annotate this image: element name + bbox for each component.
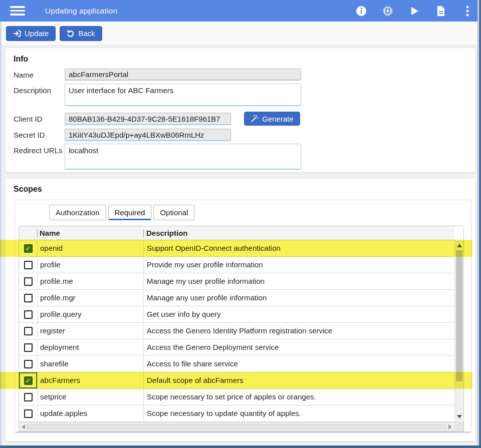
window-border-bottom (0, 445, 481, 448)
name-field[interactable]: abcFarmersPortal (65, 69, 301, 81)
update-button[interactable]: Update (6, 26, 56, 41)
menu-icon[interactable] (10, 6, 25, 16)
info-panel-title: Info (14, 55, 28, 64)
scroll-down-arrow-icon[interactable] (457, 415, 462, 418)
checkbox-cell[interactable] (19, 323, 37, 339)
scope-checkbox[interactable] (24, 343, 33, 352)
window-border-right (477, 0, 481, 448)
back-button-label: Back (78, 29, 95, 38)
scopes-panel-title: Scopes (14, 185, 42, 194)
table-body: openid Support OpenID-Connect authentica… (19, 240, 454, 422)
scope-description: Manage any user profile information (143, 290, 454, 306)
checkbox-column-header (19, 226, 37, 240)
scope-checkbox[interactable] (24, 294, 33, 302)
generate-button[interactable]: Generate (244, 112, 300, 126)
scope-checkbox[interactable] (24, 376, 33, 385)
table-row[interactable]: openid Support OpenID-Connect authentica… (19, 240, 454, 257)
scrollbar-corner (454, 422, 463, 431)
table-row[interactable]: profile.me Manage my user profile inform… (19, 273, 454, 290)
description-field[interactable]: User interface for ABC Farmers (65, 84, 301, 106)
tab-required[interactable]: Required (108, 205, 152, 220)
vertical-scrollbar-thumb[interactable] (456, 250, 462, 381)
info-icon[interactable] (356, 6, 367, 17)
scope-description: Scope necessary to set price of apples o… (143, 389, 454, 405)
update-button-label: Update (25, 29, 49, 38)
table-row[interactable]: abcFarmers Default scope of abcFarmers (19, 372, 454, 389)
redirect-urls-field[interactable]: localhost (65, 144, 301, 170)
checkbox-cell[interactable] (19, 356, 37, 372)
scopes-panel: Scopes AuthorizationRequiredOptional Nam… (5, 178, 476, 441)
scope-name: abcFarmers (37, 372, 143, 388)
scope-checkbox[interactable] (24, 327, 33, 335)
checkbox-cell[interactable] (19, 257, 37, 273)
scope-description: Get user info by query (143, 306, 454, 322)
scope-description: Manage my user profile information (143, 273, 454, 289)
table-row[interactable]: profile Provide my user profile informat… (19, 257, 454, 273)
kebab-menu-icon[interactable] (462, 6, 473, 17)
scopes-container: AuthorizationRequiredOptional Name Descr… (15, 200, 471, 433)
secret-id-label: Secret ID (14, 131, 45, 139)
scopes-tabs: AuthorizationRequiredOptional (49, 205, 196, 220)
scope-description: Support OpenID-Connect authentication (143, 240, 454, 256)
checkbox-cell[interactable] (19, 273, 37, 289)
description-label: Description (14, 86, 51, 95)
scopes-table: Name Description openid Support OpenID-C… (19, 226, 464, 431)
generate-button-label: Generate (262, 115, 294, 123)
redirect-urls-label: Redirect URLs (14, 146, 63, 155)
scope-checkbox[interactable] (24, 244, 33, 253)
checkbox-cell[interactable] (19, 306, 37, 322)
tab-authorization[interactable]: Authorization (49, 205, 106, 220)
scope-name: deployment (37, 339, 143, 355)
document-icon[interactable] (435, 6, 446, 17)
table-row[interactable]: sharefile Access to file share service (19, 356, 454, 372)
checkbox-cell[interactable] (19, 405, 37, 421)
checkbox-cell[interactable] (19, 372, 37, 388)
checkbox-cell[interactable] (19, 290, 37, 306)
table-row[interactable]: profile.mgr Manage any user profile info… (19, 290, 454, 306)
scope-checkbox[interactable] (24, 393, 33, 401)
scope-name: profile (37, 257, 143, 273)
titlebar-actions (356, 0, 473, 22)
scope-checkbox[interactable] (24, 277, 33, 286)
scope-checkbox[interactable] (24, 360, 33, 368)
tab-optional[interactable]: Optional (153, 205, 194, 220)
scope-description: Access the Genero Identity Platform regi… (143, 323, 454, 339)
scope-name: profile.query (37, 306, 143, 322)
undo-icon (67, 30, 75, 38)
scope-checkbox[interactable] (24, 409, 33, 418)
table-row[interactable]: setprice Scope necessary to set price of… (19, 389, 454, 405)
table-row[interactable]: profile.query Get user info by query (19, 306, 454, 323)
horizontal-scrollbar[interactable] (19, 422, 454, 431)
scope-name: openid (37, 240, 143, 256)
vertical-scrollbar[interactable] (454, 240, 463, 422)
table-row[interactable]: update.apples Scope necessary to update … (19, 405, 454, 422)
app-window: Updating application (0, 0, 481, 448)
play-icon[interactable] (409, 6, 420, 17)
chip-icon[interactable] (382, 6, 393, 17)
back-button[interactable]: Back (60, 26, 102, 41)
checkbox-cell[interactable] (19, 339, 37, 355)
name-label: Name (14, 71, 34, 79)
table-row[interactable]: deployment Access the Genero Deployment … (19, 339, 454, 356)
name-column-header: Name (37, 226, 143, 240)
table-header-row: Name Description (19, 226, 454, 240)
scroll-left-arrow-icon[interactable] (22, 424, 25, 429)
scope-description: Access to file share service (143, 356, 454, 372)
checkbox-cell[interactable] (19, 240, 37, 256)
client-id-field[interactable]: 80BAB136-B429-4D37-9C28-5E1618F961B7 (65, 113, 231, 125)
scope-name: profile.me (37, 273, 143, 289)
scroll-right-arrow-icon[interactable] (448, 424, 452, 429)
scope-description: Default scope of abcFarmers (143, 372, 454, 388)
horizontal-scrollbar-thumb[interactable] (27, 423, 447, 430)
scope-name: setprice (37, 389, 143, 405)
checkbox-cell[interactable] (19, 389, 37, 405)
scope-description: Scope necessary to update quantity of ap… (143, 405, 454, 421)
scope-checkbox[interactable] (24, 310, 33, 319)
login-arrow-icon (13, 30, 21, 38)
scope-description: Access the Genero Deployment service (143, 339, 454, 355)
table-row[interactable]: register Access the Genero Identity Plat… (19, 323, 454, 339)
scroll-up-arrow-icon[interactable] (457, 244, 462, 247)
scope-name: sharefile (37, 356, 143, 372)
scope-checkbox[interactable] (24, 261, 33, 269)
secret-id-field[interactable]: 1KiitY43uDJEpd/p+ay4LBXwB06RmLHz (65, 129, 231, 141)
